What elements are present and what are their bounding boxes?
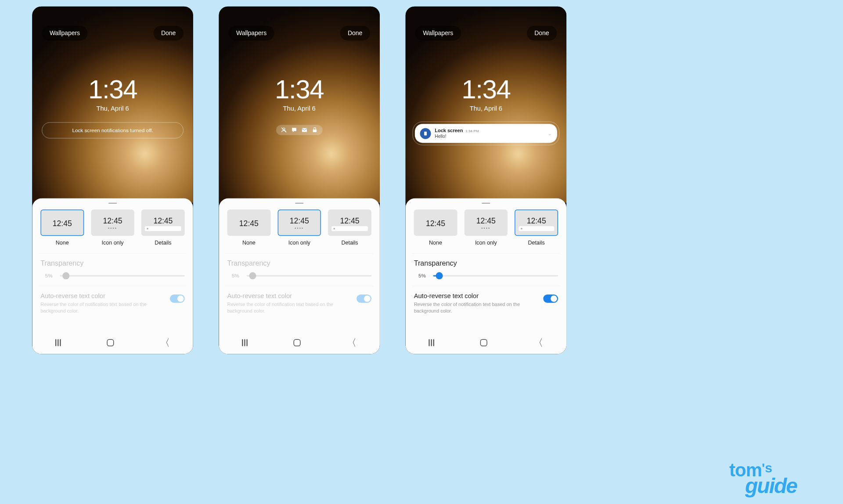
lockscreen-app-icon xyxy=(420,128,431,139)
tile-time: 12:45 xyxy=(103,216,122,226)
style-option-icon-only[interactable]: 12:45••••Icon only xyxy=(91,209,134,246)
lock-clock-time: 1:34 xyxy=(32,74,193,104)
home-button[interactable] xyxy=(480,339,487,346)
style-option-details[interactable]: 12:45Details xyxy=(141,209,185,246)
tile-time: 12:45 xyxy=(476,216,496,226)
style-label: Details xyxy=(141,240,185,246)
auto-reverse-section: Auto-reverse text colorReverse the color… xyxy=(406,286,567,314)
done-button[interactable]: Done xyxy=(340,26,370,41)
transparency-value: 5% xyxy=(418,273,428,279)
bottom-sheet: 12:45None12:45••••Icon only12:45DetailsT… xyxy=(406,198,567,354)
auto-reverse-desc: Reverse the color of notification text b… xyxy=(414,301,523,314)
android-nav-bar: 〈 xyxy=(219,335,380,351)
done-button[interactable]: Done xyxy=(153,26,183,41)
style-option-none[interactable]: 12:45None xyxy=(227,209,270,246)
style-label: None xyxy=(414,240,458,246)
transparency-value: 5% xyxy=(45,273,54,279)
home-button[interactable] xyxy=(107,339,114,346)
phone-screenshot-3: WallpapersDone1:34Thu, April 6Lock scree… xyxy=(406,7,567,354)
user-icon xyxy=(281,127,287,133)
notif-message: Hello! xyxy=(435,134,544,139)
lock-clock-time: 1:34 xyxy=(406,74,567,104)
lock-clock-time: 1:34 xyxy=(219,74,380,104)
sheet-grabber[interactable] xyxy=(295,203,303,204)
transparency-slider[interactable] xyxy=(433,275,558,277)
style-label: Icon only xyxy=(464,240,508,246)
back-button[interactable]: 〈 xyxy=(533,336,543,349)
bottom-sheet: 12:45None12:45••••Icon only12:45DetailsT… xyxy=(219,198,380,354)
wallpapers-button[interactable]: Wallpapers xyxy=(415,26,461,41)
tile-time: 12:45 xyxy=(340,216,360,226)
transparency-slider xyxy=(246,275,371,277)
transparency-title: Transparency xyxy=(40,259,184,268)
svg-rect-3 xyxy=(424,131,427,135)
transparency-section: Transparency5% xyxy=(219,254,380,279)
auto-reverse-section: Auto-reverse text colorReverse the color… xyxy=(219,286,380,314)
auto-reverse-toggle[interactable] xyxy=(357,295,371,303)
transparency-title: Transparency xyxy=(414,259,558,268)
tile-time: 12:45 xyxy=(153,216,173,226)
style-label: Icon only xyxy=(277,240,321,246)
style-label: Icon only xyxy=(91,240,134,246)
message-icon xyxy=(291,127,298,133)
android-nav-bar: 〈 xyxy=(406,335,567,351)
tile-time: 12:45 xyxy=(527,216,546,226)
back-button[interactable]: 〈 xyxy=(347,336,357,349)
auto-reverse-section: Auto-reverse text colorReverse the color… xyxy=(32,286,193,314)
lock-clock-date: Thu, April 6 xyxy=(219,105,380,112)
phone-screenshot-1: WallpapersDone1:34Thu, April 6Lock scree… xyxy=(32,7,193,354)
auto-reverse-toggle[interactable] xyxy=(543,295,558,303)
auto-reverse-desc: Reverse the color of notification text b… xyxy=(40,301,150,314)
watermark-logo: tom's guide xyxy=(729,463,797,494)
style-option-icon-only[interactable]: 12:45••••Icon only xyxy=(277,209,321,246)
auto-reverse-title: Auto-reverse text color xyxy=(227,292,357,300)
auto-reverse-desc: Reverse the color of notification text b… xyxy=(227,301,336,314)
notif-app-name: Lock screen xyxy=(435,128,463,133)
style-label: None xyxy=(227,240,270,246)
done-button[interactable]: Done xyxy=(527,26,557,41)
mail-icon xyxy=(301,127,308,133)
lock-clock-date: Thu, April 6 xyxy=(406,105,567,112)
wallpapers-button[interactable]: Wallpapers xyxy=(228,26,274,41)
sheet-grabber[interactable] xyxy=(108,203,117,204)
lock-icon xyxy=(312,127,318,133)
android-nav-bar: 〈 xyxy=(32,335,193,351)
style-label: None xyxy=(40,240,84,246)
style-label: Details xyxy=(328,240,371,246)
svg-rect-2 xyxy=(313,130,317,132)
wallpapers-button[interactable]: Wallpapers xyxy=(42,26,87,41)
recents-button[interactable] xyxy=(55,339,61,346)
phone-screenshot-2: WallpapersDone1:34Thu, April 612:45None1… xyxy=(219,7,380,354)
transparency-section: Transparency5% xyxy=(406,254,567,279)
tile-time: 12:45 xyxy=(53,219,72,228)
style-option-details[interactable]: 12:45Details xyxy=(328,209,371,246)
transparency-title: Transparency xyxy=(227,259,371,268)
tile-time: 12:45 xyxy=(290,216,309,226)
recents-button[interactable] xyxy=(242,339,247,346)
style-label: Details xyxy=(515,240,558,246)
tile-time: 12:45 xyxy=(239,219,259,228)
chevron-down-icon: ⌄ xyxy=(548,131,552,136)
auto-reverse-toggle[interactable] xyxy=(170,295,185,303)
lock-clock-date: Thu, April 6 xyxy=(32,105,193,112)
back-button[interactable]: 〈 xyxy=(160,336,170,349)
sheet-grabber[interactable] xyxy=(482,203,490,204)
notifications-off-bubble: Lock screen notifications turned off. xyxy=(42,122,184,139)
style-option-icon-only[interactable]: 12:45••••Icon only xyxy=(464,209,508,246)
svg-rect-1 xyxy=(302,128,307,132)
auto-reverse-title: Auto-reverse text color xyxy=(40,292,170,300)
transparency-section: Transparency5% xyxy=(32,254,193,279)
transparency-slider xyxy=(60,275,184,277)
style-option-details[interactable]: 12:45Details xyxy=(515,209,558,246)
style-option-none[interactable]: 12:45None xyxy=(414,209,458,246)
recents-button[interactable] xyxy=(429,339,434,346)
home-button[interactable] xyxy=(294,339,301,346)
notification-icons-capsule xyxy=(276,125,323,135)
notification-card[interactable]: Lock screen1:34 PMHello!⌄ xyxy=(413,122,559,145)
notif-time: 1:34 PM xyxy=(465,129,479,133)
bottom-sheet: 12:45None12:45••••Icon only12:45DetailsT… xyxy=(32,198,193,354)
style-option-none[interactable]: 12:45None xyxy=(40,209,84,246)
transparency-value: 5% xyxy=(232,273,241,279)
auto-reverse-title: Auto-reverse text color xyxy=(414,292,544,300)
tile-time: 12:45 xyxy=(426,219,445,228)
